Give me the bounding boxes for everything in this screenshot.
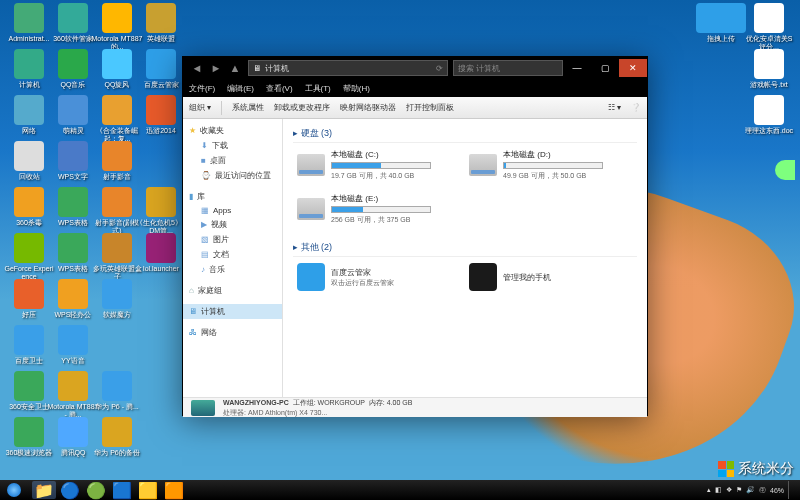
nav-up-button[interactable]: ▲: [227, 60, 243, 76]
library-icon: ▮: [189, 192, 193, 201]
desktop-icon[interactable]: 《生化危机5》3DM简...: [135, 187, 187, 234]
app-icon: [102, 187, 132, 217]
menu-item[interactable]: 查看(V): [266, 83, 293, 94]
desktop-icon[interactable]: 华为 P6 - 腾...: [91, 371, 143, 411]
desktop-icon[interactable]: 游戏帐号.txt: [743, 49, 795, 89]
sidebar-item[interactable]: ▤文档: [183, 247, 282, 262]
tray-ime-icon[interactable]: ㊥: [759, 485, 766, 495]
file-icon: [754, 49, 784, 79]
explorer-window: ◄ ► ▲ 🖥 计算机 ⟳ 搜索 计算机 — ▢ ✕ 文件(F)编辑(E)查看(…: [182, 56, 648, 416]
taskbar-item-app5[interactable]: 🟧: [162, 481, 186, 499]
control-panel-button[interactable]: 打开控制面板: [406, 102, 454, 113]
other-item[interactable]: 管理我的手机: [469, 263, 629, 291]
help-icon[interactable]: ❔: [631, 103, 641, 112]
app-icon: [58, 233, 88, 263]
taskbar-item-app4[interactable]: 🟨: [136, 481, 160, 499]
desktop-icon[interactable]: lol.launcher: [135, 233, 187, 273]
map-drive-button[interactable]: 映射网络驱动器: [340, 102, 396, 113]
desktop-icon[interactable]: 英雄联盟: [135, 3, 187, 43]
desktop-icon[interactable]: 迅游2014: [135, 95, 187, 135]
tray-expand-icon[interactable]: ▴: [707, 486, 711, 494]
app-icon: [14, 371, 44, 401]
desktop-icon[interactable]: 优化安卓清关S评分...: [743, 3, 795, 50]
desktop-icon[interactable]: YY语音: [47, 325, 99, 365]
app-icon: [102, 3, 132, 33]
desktop-icon[interactable]: 软媒魔方: [91, 279, 143, 319]
search-placeholder: 搜索 计算机: [458, 63, 500, 74]
close-button[interactable]: ✕: [619, 59, 647, 77]
drive-item[interactable]: 本地磁盘 (E:) 256 GB 可用，共 375 GB: [297, 193, 457, 225]
other-item[interactable]: 百度云管家 双击运行百度云管家: [297, 263, 457, 291]
desktop-icon[interactable]: 百度云管家: [135, 49, 187, 89]
minimize-button[interactable]: —: [563, 59, 591, 77]
menu-item[interactable]: 编辑(E): [227, 83, 254, 94]
start-button[interactable]: [0, 480, 28, 500]
sidebar-libraries[interactable]: ▮库: [183, 189, 282, 204]
sidebar-item[interactable]: ▦Apps: [183, 204, 282, 217]
item-subtext: 双击运行百度云管家: [331, 278, 394, 288]
nav-back-button[interactable]: ◄: [189, 60, 205, 76]
app-icon: [58, 49, 88, 79]
drives-header[interactable]: ▸ 硬盘 (3): [293, 125, 637, 143]
maximize-button[interactable]: ▢: [591, 59, 619, 77]
taskbar-item-app2[interactable]: 🟢: [84, 481, 108, 499]
sidebar-item[interactable]: ▶视频: [183, 217, 282, 232]
app-icon: [14, 279, 44, 309]
sidebar-network[interactable]: 🖧网络: [183, 325, 282, 340]
menu-item[interactable]: 工具(T): [305, 83, 331, 94]
tray-icon[interactable]: ❖: [726, 486, 732, 494]
drive-usage-bar: [503, 162, 603, 169]
app-icon: [102, 95, 132, 125]
sidebar-item[interactable]: ■桌面: [183, 153, 282, 168]
desktop-icon[interactable]: 拖拽上传: [695, 3, 747, 43]
other-header[interactable]: ▸ 其他 (2): [293, 239, 637, 257]
titlebar[interactable]: ◄ ► ▲ 🖥 计算机 ⟳ 搜索 计算机 — ▢ ✕: [183, 57, 647, 79]
icon-label: 拖拽上传: [695, 35, 747, 43]
tray-icon[interactable]: 🔊: [746, 486, 755, 494]
sidebar-item[interactable]: ▧图片: [183, 232, 282, 247]
icon-label: 游戏帐号.txt: [743, 81, 795, 89]
drive-item[interactable]: 本地磁盘 (D:) 49.9 GB 可用，共 50.0 GB: [469, 149, 629, 181]
tray-percent: 46%: [770, 487, 784, 494]
app-icon: [102, 279, 132, 309]
system-tray[interactable]: ▴ ◧ ❖ ⚑ 🔊 ㊥ 46%: [701, 481, 800, 499]
app-icon: [14, 325, 44, 355]
sidebar-favorites[interactable]: ★收藏夹: [183, 123, 282, 138]
address-bar[interactable]: 🖥 计算机 ⟳: [248, 60, 448, 76]
uninstall-button[interactable]: 卸载或更改程序: [274, 102, 330, 113]
nav-forward-button[interactable]: ►: [208, 60, 224, 76]
search-input[interactable]: 搜索 计算机: [453, 60, 563, 76]
sidebar-item[interactable]: ⌚最近访问的位置: [183, 168, 282, 183]
desktop-icon[interactable]: 华为 P6的备份: [91, 417, 143, 457]
menu-item[interactable]: 文件(F): [189, 83, 215, 94]
drive-name: 本地磁盘 (E:): [331, 193, 431, 204]
taskbar-item-app1[interactable]: 🔵: [58, 481, 82, 499]
app-icon: [58, 325, 88, 355]
taskbar-item-explorer[interactable]: 📁: [32, 481, 56, 499]
tray-icon[interactable]: ⚑: [736, 486, 742, 494]
taskbar-item-app3[interactable]: 🟦: [110, 481, 134, 499]
show-desktop-button[interactable]: [788, 481, 794, 499]
icon-label: 华为 P6的备份: [91, 449, 143, 457]
folder-icon: ⌚: [201, 171, 211, 180]
app-icon: [14, 95, 44, 125]
sidebar-item[interactable]: ♪音乐: [183, 262, 282, 277]
organize-button[interactable]: 组织 ▾: [189, 102, 211, 113]
system-properties-button[interactable]: 系统属性: [232, 102, 264, 113]
app-icon: [58, 371, 88, 401]
drive-item[interactable]: 本地磁盘 (C:) 19.7 GB 可用，共 40.0 GB: [297, 149, 457, 181]
view-icon[interactable]: ☷ ▾: [608, 103, 621, 112]
sidebar-computer[interactable]: 🖥计算机: [183, 304, 282, 319]
icon-label: 英雄联盟: [135, 35, 187, 43]
menu-item[interactable]: 帮助(H): [343, 83, 370, 94]
sidebar-homegroup[interactable]: ⌂家庭组: [183, 283, 282, 298]
drive-icon: [297, 198, 325, 220]
sidebar-item[interactable]: ⬇下载: [183, 138, 282, 153]
tray-icon[interactable]: ◧: [715, 486, 722, 494]
icon-label: 软媒魔方: [91, 311, 143, 319]
drive-subtext: 256 GB 可用，共 375 GB: [331, 215, 431, 225]
desktop-icon[interactable]: 射手影音: [91, 141, 143, 181]
drive-icon: [297, 154, 325, 176]
desktop-icon[interactable]: 理理这东西.doc: [743, 95, 795, 135]
refresh-icon[interactable]: ⟳: [436, 64, 443, 73]
